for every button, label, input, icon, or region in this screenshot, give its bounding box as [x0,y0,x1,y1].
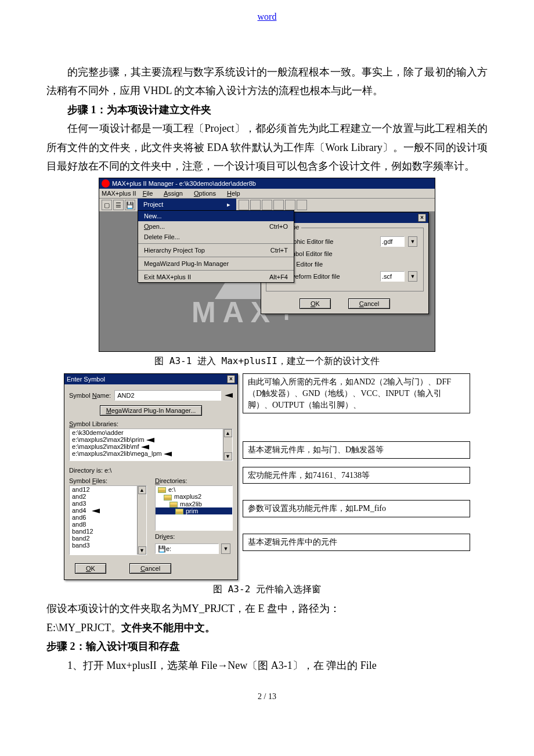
toolbar-open-icon[interactable]: ☰ [113,200,124,210]
scrollbar[interactable]: ▲ ▼ [223,429,232,460]
ext-graphic-dropdown[interactable]: ▼ [408,236,417,247]
drives-label: Drives:Drives: [155,533,233,540]
ext-waveform-dropdown[interactable]: ▼ [408,271,417,282]
menu-options[interactable]: Options [194,190,221,197]
scroll-down-icon[interactable]: ▼ [138,546,146,555]
folder-open-icon [164,495,172,501]
list-item[interactable]: band3 [70,542,146,549]
toolbar-right [236,199,435,211]
annotation-arrow-icon [164,452,172,456]
toolbar-new-icon[interactable]: ▢ [102,200,112,210]
screenshot-maxplus-window: MAX+plus II Manager - e:\k30demo\adder\a… [99,178,435,352]
symbol-libraries-list[interactable]: e:\k30demo\adder e:\maxplus2\max2lib\pri… [69,429,233,461]
menu-file[interactable]: File [143,190,158,197]
symbol-files-list[interactable]: and12 and2 and3 and4 and6 and8 band12 ba… [69,485,147,555]
annotation-arrow-icon [225,393,233,398]
drive-icon: 💾 [158,545,166,553]
ext-waveform: .scf [380,271,405,282]
toolbar: ▢ ☰ 💾 Project▸ New... OOpen...pen...Ctrl… [99,199,435,212]
ext-graphic: .gdf [380,236,405,247]
scroll-up-icon[interactable]: ▲ [224,429,232,437]
menu-help[interactable]: Help [227,190,245,197]
list-item[interactable]: maxplus2 [156,493,232,500]
annotation-arrow-icon [146,438,154,442]
enter-symbol-titlebar: Enter Symbol × [64,374,237,384]
annotation-prim-symbols: 基本逻辑元件库中的元件 [243,534,470,551]
path-line: E:\MY_PRJCT。文件夹不能用中文。 [46,618,488,637]
annotation-symbol-name: 由此可输入所需的元件名，如AND2（2输入与门）、DFF（D触发器）、GND（地… [243,373,470,413]
toolbar-btn-e[interactable] [285,200,295,210]
scroll-up-icon[interactable]: ▲ [138,486,146,494]
directories-list[interactable]: e:\ maxplus2 max2lib prim [155,485,233,531]
list-item[interactable]: e:\maxplus2\max2lib\prim [70,436,232,443]
folder-open-icon [175,509,183,514]
toolbar-save-icon[interactable]: 💾 [125,200,135,210]
annotation-mega-lib: 参数可设置兆功能元件库，如LPM_fifo [243,500,470,517]
cancel-button[interactable]: CancelCancel [348,298,390,309]
menu-item-delete[interactable]: Delete File... [138,232,294,242]
drives-select[interactable]: 💾 e: [155,543,219,554]
file-menu-dropdown: Project▸ New... OOpen...pen...Ctrl+O Del… [138,199,236,211]
file-submenu: New... OOpen...pen...Ctrl+O Delete File.… [138,210,294,283]
list-item[interactable]: e:\maxplus2\max2lib\mega_lpm [70,450,232,457]
folder-open-icon [169,502,178,507]
list-item[interactable]: e:\k30demo\adder [70,429,232,436]
enter-symbol-title: Enter Symbol [67,376,105,383]
list-item[interactable]: and2 [70,493,146,500]
menubar[interactable]: MAX+plus II File Assign Options Help [99,189,435,199]
directory-is-label: Directory is: e:\ [69,467,233,474]
list-item[interactable]: e:\ [156,486,232,493]
scroll-down-icon[interactable]: ▼ [224,452,232,460]
step1-title: 步骤 1：为本项设计建立文件夹 [46,100,488,119]
ok-button[interactable]: OKOK [75,563,106,574]
toolbar-btn-d[interactable] [273,200,284,210]
list-item[interactable]: and4 [70,507,146,514]
list-item[interactable]: and6 [70,514,146,521]
annotation-arrow-icon [141,445,149,449]
close-icon[interactable]: × [227,375,235,383]
megawizard-button[interactable]: MegaWizard Plug-In Manager...MegaWizard … [100,405,203,416]
toolbar-btn-f[interactable] [297,200,307,210]
list-item[interactable]: and3 [70,500,146,507]
list-item[interactable]: and8 [70,521,146,528]
annotations-column: 由此可输入所需的元件名，如AND2（2输入与门）、DFF（D触发器）、GND（地… [243,373,470,550]
menu-maxplus[interactable]: MAX+plus II [102,190,136,197]
toolbar-btn-b[interactable] [250,200,261,210]
list-item[interactable]: band12 [70,528,146,535]
toolbar-btn-c[interactable] [262,200,272,210]
file-menu-project[interactable]: Project▸ [138,199,236,210]
figure-a3-2: Enter Symbol × Symbol Name: Symbol Name:… [64,373,470,580]
ok-button[interactable]: OKOK [300,298,331,309]
list-item[interactable]: e:\maxplus2\max2lib\mf [70,443,232,450]
symbol-name-label: Symbol Name: [69,392,111,399]
figure-a3-2-caption: 图 A3-2 元件输入选择窗 [46,584,488,596]
header-word-link[interactable]: word [258,12,277,21]
figure-a3-1-caption: 图 A3-1 进入 Max+plusII，建立一个新的设计文件 [46,355,488,368]
drives-dropdown-icon[interactable]: ▼ [221,543,230,554]
menu-item-megawizard[interactable]: MegaWizard Plug-In Manager [138,258,294,269]
window-title-text: MAX+plus II Manager - e:\k30demo\adder\a… [112,180,256,187]
menu-item-hierarchy[interactable]: Hierarchy Project TopCtrl+T [138,245,294,255]
scrollbar[interactable]: ▲ ▼ [137,486,146,555]
list-item[interactable]: and12 [70,486,146,493]
cancel-button[interactable]: CancelCancel [129,563,171,574]
close-icon[interactable]: × [418,214,426,222]
menu-item-new[interactable]: New... [138,211,294,221]
annotation-mf-lib: 宏功能元件库，如74161、74138等 [243,467,470,484]
symbol-files-label: Symbol Files:Symbol Files: [69,477,147,484]
menu-item-exit[interactable]: Exit MAX+plus IIAlt+F4 [138,272,294,282]
folder-open-icon [158,487,166,493]
list-item[interactable]: band2 [70,535,146,542]
app-icon [102,179,110,188]
menu-assign[interactable]: Assign [164,190,187,197]
symbol-libraries-label: Symbol Libraries:Symbol Libraries: [69,420,233,427]
list-item[interactable]: max2lib [156,501,232,507]
list-item-selected[interactable]: prim [156,507,232,514]
annotation-arrow-icon [92,509,100,513]
toolbar-btn-a[interactable] [239,200,249,210]
symbol-name-input[interactable]: AND2 [114,390,221,401]
directories-label: Directories:Directories: [155,477,233,484]
assume-line: 假设本项设计的文件夹取名为MY_PRJCT，在 E 盘中，路径为： [46,599,488,618]
menu-item-open[interactable]: OOpen...pen...Ctrl+O [138,221,294,232]
annotation-prim-lib: 基本逻辑元件库，如与门、D触发器等 [243,441,470,459]
